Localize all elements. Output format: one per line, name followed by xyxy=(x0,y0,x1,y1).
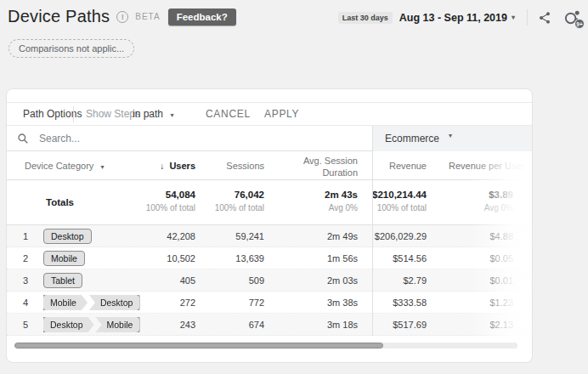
device-path-chip[interactable]: Tablet xyxy=(43,273,82,288)
cell-duration: 2m 49s xyxy=(327,225,358,247)
share-icon[interactable] xyxy=(538,11,551,25)
date-range-value: Aug 13 - Sep 11, 2019 xyxy=(399,12,507,24)
report-header: Device Paths ! BETA Feedback? xyxy=(8,7,236,26)
row-index: 2 xyxy=(19,247,32,269)
sort-descending-icon: ↓ xyxy=(160,162,164,171)
cell-sessions: 13,639 xyxy=(235,247,264,269)
metric-group-selector[interactable]: Ecommerce ▾ xyxy=(372,126,533,151)
header-divider xyxy=(527,9,528,26)
column-header-sessions[interactable]: Sessions xyxy=(226,151,264,180)
cell-users: 243 xyxy=(180,314,195,336)
header-actions: Last 30 days Aug 13 - Sep 11, 2019 ▾ 9+ xyxy=(338,8,581,26)
insights-icon[interactable]: 9+ xyxy=(563,8,581,26)
cell-sessions: 674 xyxy=(249,314,264,336)
cell-revenue-per-user: $0.05 xyxy=(489,247,513,269)
cell-revenue: $514.56 xyxy=(393,247,427,269)
table-header-row: Device Category ▾ ↓ Users Sessions Avg. … xyxy=(7,151,532,180)
cell-revenue-per-user: $0.01 xyxy=(489,269,513,292)
table-row[interactable]: 1 Desktop 42,208 59,241 2m 49s $206,029.… xyxy=(7,225,532,247)
cell-duration: 3m 38s xyxy=(327,292,358,314)
show-steps-select[interactable]: in path ▾ xyxy=(133,103,173,127)
horizontal-scrollbar-thumb[interactable] xyxy=(14,343,383,348)
cell-revenue-per-user: $2.13 xyxy=(489,314,513,336)
chevron-down-icon: ▾ xyxy=(512,14,515,21)
report-card: Path Options Show Steps in path ▾ CANCEL… xyxy=(6,88,533,363)
device-path-chip[interactable]: Mobile xyxy=(43,251,85,266)
apply-button[interactable]: APPLY xyxy=(264,103,299,126)
column-header-users[interactable]: ↓ Users xyxy=(160,151,195,181)
column-header-revenue-per-user[interactable]: Revenue per User xyxy=(449,151,524,180)
horizontal-scrollbar[interactable] xyxy=(14,343,517,348)
chevron-down-icon: ▾ xyxy=(449,132,452,139)
cell-duration: 3m 18s xyxy=(327,314,358,336)
device-path-chip[interactable]: Mobile xyxy=(96,317,140,332)
cell-revenue-per-user: $1.23 xyxy=(489,292,513,314)
chevron-down-icon: ▾ xyxy=(100,163,104,171)
feedback-button[interactable]: Feedback? xyxy=(168,8,236,26)
totals-avg-session-duration: 2m 43s Avg 0% xyxy=(325,189,358,216)
device-path-chip[interactable]: Desktop xyxy=(43,229,92,244)
device-path-chip[interactable]: Mobile xyxy=(43,295,88,310)
cell-users: 10,502 xyxy=(167,247,195,269)
column-header-device-category[interactable]: Device Category ▾ xyxy=(25,151,104,182)
table-row[interactable]: 2 Mobile 10,502 13,639 1m 56s $514.56 $0… xyxy=(7,247,532,269)
options-divider xyxy=(73,106,74,122)
cell-duration: 1m 56s xyxy=(327,247,358,269)
cell-revenue: $333.58 xyxy=(393,292,427,314)
metric-group-label: Ecommerce xyxy=(385,126,439,151)
cell-revenue: $517.69 xyxy=(393,314,427,336)
row-index: 1 xyxy=(19,225,32,247)
cell-revenue: $2.79 xyxy=(403,269,427,292)
totals-users: 54,084 100% of total xyxy=(146,189,195,216)
card-top-strip xyxy=(7,89,532,103)
totals-label: Totals xyxy=(46,197,74,207)
show-steps-value: in path xyxy=(133,108,163,120)
table-row[interactable]: 4 Mobile Desktop 272 772 3m 38s $333.58 … xyxy=(7,292,532,314)
comparison-chip[interactable]: Comparisons not applic... xyxy=(8,39,134,58)
row-index: 3 xyxy=(19,269,32,292)
search-icon xyxy=(17,133,29,148)
path-options-bar: Path Options Show Steps in path ▾ CANCEL… xyxy=(7,103,532,126)
column-header-revenue[interactable]: Revenue xyxy=(389,151,427,180)
row-index: 4 xyxy=(19,292,32,314)
totals-row: Totals 54,084 100% of total 76,042 100% … xyxy=(7,180,532,225)
cell-users: 405 xyxy=(180,269,195,292)
table-row[interactable]: 3 Tablet 405 509 2m 03s $2.79 $0.01 xyxy=(7,269,532,292)
cell-sessions: 772 xyxy=(249,292,264,314)
cancel-button[interactable]: CANCEL xyxy=(206,103,251,126)
insights-count-badge: 9+ xyxy=(574,19,585,29)
totals-revenue: $210,214.44 100% of total xyxy=(372,189,427,216)
ecommerce-section-divider xyxy=(372,126,373,336)
cell-sessions: 59,241 xyxy=(235,225,264,247)
date-range-selector[interactable]: Aug 13 - Sep 11, 2019 ▾ xyxy=(399,12,515,24)
device-path-chip[interactable]: Desktop xyxy=(89,295,140,310)
device-path-chip[interactable]: Desktop xyxy=(43,317,94,332)
page-title: Device Paths xyxy=(8,7,110,26)
cell-revenue-per-user: $4.88 xyxy=(489,225,513,247)
cell-revenue: $206,029.29 xyxy=(375,225,427,247)
beta-badge: BETA xyxy=(135,12,160,21)
row-index: 5 xyxy=(19,314,32,336)
column-header-avg-session-duration[interactable]: Avg. Session Duration xyxy=(290,155,358,178)
cell-sessions: 509 xyxy=(249,269,264,292)
search-input[interactable] xyxy=(39,129,294,148)
cell-duration: 2m 03s xyxy=(327,269,358,292)
totals-revenue-per-user: $3.89 Avg 0% xyxy=(484,189,513,216)
cell-users: 272 xyxy=(180,292,195,314)
chevron-down-icon: ▾ xyxy=(170,111,173,119)
info-icon[interactable]: ! xyxy=(116,11,128,23)
date-preset-badge: Last 30 days xyxy=(338,12,393,24)
cell-users: 42,208 xyxy=(167,225,195,247)
table-row[interactable]: 5 Desktop Mobile 243 674 3m 18s $517.69 … xyxy=(7,314,532,336)
totals-sessions: 76,042 100% of total xyxy=(215,189,264,216)
